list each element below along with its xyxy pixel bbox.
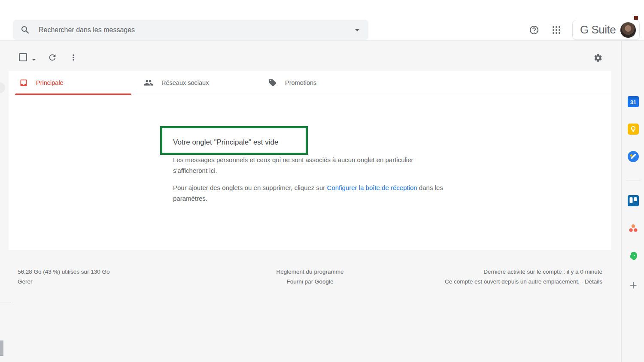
search-input[interactable]: [39, 26, 368, 34]
tab-promotions[interactable]: Promotions: [263, 71, 387, 95]
apps-grid-icon: [551, 25, 562, 35]
settings-hint-prefix: Pour ajouter des onglets ou en supprimer…: [173, 184, 327, 191]
select-dropdown-icon[interactable]: [29, 55, 39, 64]
help-icon: [529, 25, 539, 35]
session-info-text: Ce compte est ouvert depuis un autre emp…: [445, 278, 583, 285]
tasks-shortcut[interactable]: [628, 151, 639, 162]
avatar[interactable]: [620, 22, 636, 38]
gsuite-logo: G Suite: [580, 23, 616, 36]
select-all-checkbox[interactable]: [19, 53, 27, 61]
evernote-shortcut[interactable]: [628, 251, 639, 262]
trello-shortcut[interactable]: [628, 195, 639, 206]
trello-icon: [628, 195, 639, 206]
tab-label: Promotions: [285, 79, 316, 86]
tasks-icon: [628, 151, 639, 162]
left-edge-divider: [0, 302, 11, 302]
left-edge-artifact: [0, 82, 5, 93]
account-card[interactable]: G Suite: [572, 20, 640, 40]
asana-icon: [628, 223, 639, 234]
tag-icon: [268, 78, 277, 87]
tab-principale[interactable]: Principale: [14, 71, 138, 95]
keep-icon: [628, 124, 639, 135]
calendar-shortcut[interactable]: 31: [628, 96, 639, 107]
category-tabs: Principale Réseaux sociaux Promotions: [9, 71, 611, 95]
evernote-icon: [628, 251, 639, 262]
search-bar[interactable]: [13, 20, 368, 40]
empty-state-description: Les messages personnels et ceux qui ne s…: [173, 155, 444, 176]
plus-icon: [629, 281, 638, 290]
keep-shortcut[interactable]: [628, 124, 639, 135]
empty-state-title: Votre onglet "Principale" est vide: [173, 138, 279, 147]
empty-state-settings-hint: Pour ajouter des onglets ou en supprimer…: [173, 183, 444, 204]
tab-label: Réseaux sociaux: [161, 79, 209, 86]
asana-shortcut[interactable]: [628, 223, 639, 234]
top-bar: G Suite: [0, 0, 644, 41]
addons-side-panel: 31: [621, 41, 644, 362]
apps-grid-button[interactable]: [551, 25, 562, 35]
inbox-icon: [19, 78, 28, 87]
more-options-button[interactable]: [69, 53, 78, 62]
tab-label: Principale: [36, 79, 64, 86]
people-icon: [144, 78, 153, 87]
tab-reseaux-sociaux[interactable]: Réseaux sociaux: [138, 71, 263, 95]
annotation-highlight-box: Votre onglet "Principale" est vide: [160, 126, 308, 155]
help-button[interactable]: [529, 25, 539, 35]
search-options-dropdown-icon[interactable]: [352, 25, 362, 35]
last-activity-text: Dernière activité sur le compte : il y a…: [445, 267, 602, 277]
activity-footer: Dernière activité sur le compte : il y a…: [445, 267, 602, 287]
notification-dot: [634, 16, 638, 20]
add-addon-button[interactable]: [628, 280, 639, 291]
calendar-icon: 31: [628, 96, 639, 107]
configure-inbox-link[interactable]: Configurer la boîte de réception: [327, 184, 417, 191]
search-icon[interactable]: [20, 25, 30, 35]
refresh-button[interactable]: [48, 53, 57, 62]
settings-button[interactable]: [593, 53, 603, 63]
panel-divider: [626, 181, 641, 181]
details-link[interactable]: Détails: [585, 278, 602, 285]
inbox-card: Principale Réseaux sociaux Promotions Vo…: [9, 71, 611, 250]
left-scrollbar-artifact: [0, 341, 3, 356]
